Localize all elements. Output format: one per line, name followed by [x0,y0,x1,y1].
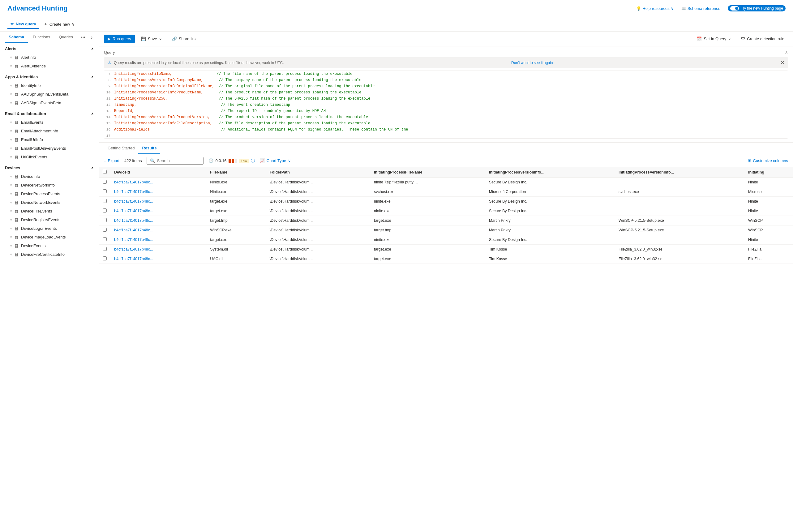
tab-schema[interactable]: Schema [5,32,28,43]
sidebar-item-label: AlertEvidence [21,64,87,68]
row-checkbox[interactable] [103,256,107,261]
row-checkbox[interactable] [103,208,107,212]
code-line-12: 12 Timestamp, // The event creation time… [104,102,788,108]
tab-queries[interactable]: Queries [55,32,77,43]
schema-reference-link[interactable]: 📖 Schema reference [681,6,720,11]
cell-col5: Martin Prikryl [485,226,615,235]
deviceid-link[interactable]: b4cf1ca7f14017b48c... [114,209,153,213]
search-icon: 🔍 [150,158,155,163]
cell-deviceid: b4cf1ca7f14017b48c... [111,235,206,245]
table-icon: ▦ [15,83,19,88]
tab-results[interactable]: Results [138,142,160,154]
table-icon: ▦ [15,183,19,187]
cell-col7: Ninite [744,206,793,216]
tab-functions[interactable]: Functions [29,32,54,43]
results-table: DeviceId FileName FolderPath InitiatingP… [99,167,793,264]
sidebar-collapse-button[interactable]: › [90,33,94,41]
plus-icon: ＋ [44,21,47,27]
sidebar-item-deviceregistryevents[interactable]: ∨ ▦ DeviceRegistryEvents ⋮ [0,215,99,224]
perf-bar-3 [235,159,237,163]
export-button[interactable]: ↓ Export [104,158,119,163]
table-icon: ▦ [15,154,19,159]
sidebar-item-identityinfo[interactable]: ∨ ▦ IdentityInfo ⋮ [0,81,99,90]
cell-col5: Martin Prikryl [485,216,615,226]
pencil-icon: ✏ [11,22,14,26]
help-resources-link[interactable]: 💡 Help resources ∨ [636,6,674,11]
row-checkbox[interactable] [103,247,107,251]
sidebar-item-urlclickevents[interactable]: ∨ ▦ UrlClickEvents ⋮ [0,152,99,161]
sidebar-item-label: DeviceNetworkEvents [21,200,87,205]
create-detection-rule-button[interactable]: 🛡 Create detection rule [737,35,788,43]
dismiss-button[interactable]: Don't want to see it again [511,61,553,65]
sidebar-item-alertinfo[interactable]: ∨ ▦ AlertInfo ⋮ [0,53,99,61]
deviceid-link[interactable]: b4cf1ca7f14017b48c... [114,257,153,261]
cell-deviceid: b4cf1ca7f14017b48c... [111,254,206,264]
row-checkbox[interactable] [103,228,107,232]
col-initiatingprocessversioninfo1: InitiatingProcessVersionInfo... [485,167,615,177]
deviceid-link[interactable]: b4cf1ca7f14017b48c... [114,190,153,194]
sidebar-section-alerts: Alerts ∧ ∨ ▦ AlertInfo ⋮ ∨ ▦ AlertEviden… [0,43,99,70]
row-checkbox[interactable] [103,189,107,193]
deviceid-link[interactable]: b4cf1ca7f14017b48c... [114,228,153,232]
sidebar-item-emailattachmentinfo[interactable]: ∨ ▦ EmailAttachmentInfo ⋮ [0,127,99,135]
sidebar-section-apps-header[interactable]: Apps & identities ∧ [0,72,99,81]
sidebar-item-aadspn[interactable]: ∨ ▦ AADSpnSignInEventsBeta ⋮ [0,90,99,98]
table-icon: ▦ [15,146,19,151]
deviceid-link[interactable]: b4cf1ca7f14017b48c... [114,199,153,204]
sidebar-item-emailevents[interactable]: ∨ ▦ EmailEvents ⋮ [0,118,99,127]
sidebar-section-devices-header[interactable]: Devices ∧ [0,163,99,172]
sidebar-more-button[interactable]: ••• [79,32,87,43]
tab-getting-started[interactable]: Getting Started [104,142,138,154]
sidebar-item-deviceprocessevents[interactable]: ∨ ▦ DeviceProcessEvents ⋮ [0,189,99,198]
sidebar-item-emailpostdelivery[interactable]: ∨ ▦ EmailPostDeliveryEvents ⋮ [0,144,99,152]
cell-initprocfilename: svchost.exe [370,187,485,197]
col-initiatingprocessversioninfo2: InitiatingProcessVersionInfo... [615,167,744,177]
close-icon[interactable]: ✕ [780,60,784,65]
cell-col7: WinSCP [744,226,793,235]
create-new-button[interactable]: ＋ Create new ∨ [40,19,78,29]
table-row: b4cf1ca7f14017b48c... target.exe \Device… [99,206,793,216]
deviceid-link[interactable]: b4cf1ca7f14017b48c... [114,238,153,242]
code-editor[interactable]: 7 InitiatingProcessFileName, // The file… [104,71,788,138]
cell-filename: target.exe [206,206,266,216]
row-checkbox[interactable] [103,218,107,222]
try-new-toggle[interactable]: Try the new Hunting page [728,5,786,12]
table-row: b4cf1ca7f14017b48c... UAC.dll \Device\Ha… [99,254,793,264]
results-search-box[interactable]: 🔍 [147,157,204,165]
deviceid-link[interactable]: b4cf1ca7f14017b48c... [114,180,153,184]
sidebar-item-deviceimageloadevents[interactable]: ∨ ▦ DeviceImageLoadEvents ⋮ [0,233,99,241]
share-link-button[interactable]: 🔗 Share link [168,35,200,43]
sidebar-item-devicefileevents[interactable]: ∨ ▦ DeviceFileEvents ⋮ [0,207,99,215]
sidebar-item-label: DeviceNetworkInfo [21,183,87,187]
sidebar-item-devicenetworkinfo[interactable]: ∨ ▦ DeviceNetworkInfo ⋮ [0,180,99,189]
search-input[interactable] [157,158,200,163]
code-line-11: 11 InitiatingProcessSHA256, // The SHA25… [104,96,788,102]
collapse-query-icon[interactable]: ∧ [785,50,788,55]
run-query-button[interactable]: ▶ Run query [104,35,135,43]
sidebar-item-deviceevents[interactable]: ∨ ▦ DeviceEvents ⋮ [0,241,99,250]
customize-columns-button[interactable]: ⊞ Customize columns [748,158,788,163]
row-checkbox[interactable] [103,180,107,184]
save-button[interactable]: 💾 Save ∨ [137,35,166,43]
download-icon: ↓ [104,158,106,163]
sidebar-item-devicelogonevents[interactable]: ∨ ▦ DeviceLogonEvents ⋮ [0,224,99,233]
set-in-query-button[interactable]: 📅 Set In Query ∨ [693,35,735,43]
new-query-button[interactable]: ✏ New query [7,20,39,29]
sidebar-item-aad[interactable]: ∨ ▦ AADSignInEventsBeta ⋮ [0,98,99,107]
deviceid-link[interactable]: b4cf1ca7f14017b48c... [114,218,153,223]
sidebar-item-alertevidence[interactable]: ∨ ▦ AlertEvidence ⋮ [0,61,99,70]
row-checkbox[interactable] [103,199,107,203]
sidebar-section-alerts-header[interactable]: Alerts ∧ [0,43,99,53]
sidebar-section-email-header[interactable]: Email & collaboration ∧ [0,108,99,118]
sidebar-item-devicenetworkevents[interactable]: ∨ ▦ DeviceNetworkEvents ⋮ [0,198,99,207]
query-info-text: Query results are presented in your loca… [114,61,284,65]
select-all-checkbox[interactable] [103,170,107,174]
cell-col7: WinSCP [744,216,793,226]
sidebar-item-devicefilecertificateinfo[interactable]: ∨ ▦ DeviceFileCertificateInfo ⋮ [0,250,99,259]
sidebar-item-label: AADSpnSignInEventsBeta [21,92,87,96]
sidebar-item-deviceinfo[interactable]: ∨ ▦ DeviceInfo ⋮ [0,172,99,180]
sidebar-item-emailurlinfo[interactable]: ∨ ▦ EmailUrlInfo ⋮ [0,135,99,144]
row-checkbox[interactable] [103,237,107,241]
chart-type-button[interactable]: 📈 Chart Type ∨ [260,158,291,163]
deviceid-link[interactable]: b4cf1ca7f14017b48c... [114,247,153,251]
